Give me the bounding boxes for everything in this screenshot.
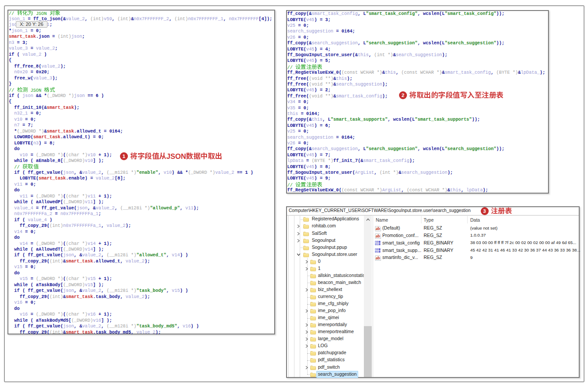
svg-text:ab: ab — [376, 256, 380, 260]
svg-text:ab: ab — [376, 234, 380, 238]
svg-text:1: 1 — [375, 243, 377, 245]
svg-text:0: 0 — [375, 241, 377, 243]
svg-text:0: 0 — [375, 248, 377, 251]
svg-text:1: 1 — [377, 241, 378, 243]
svg-text:0: 0 — [377, 251, 378, 253]
svg-text:0: 0 — [377, 243, 378, 245]
svg-text:ab: ab — [376, 226, 380, 231]
svg-text:1: 1 — [375, 251, 377, 253]
svg-text:1: 1 — [377, 248, 378, 251]
